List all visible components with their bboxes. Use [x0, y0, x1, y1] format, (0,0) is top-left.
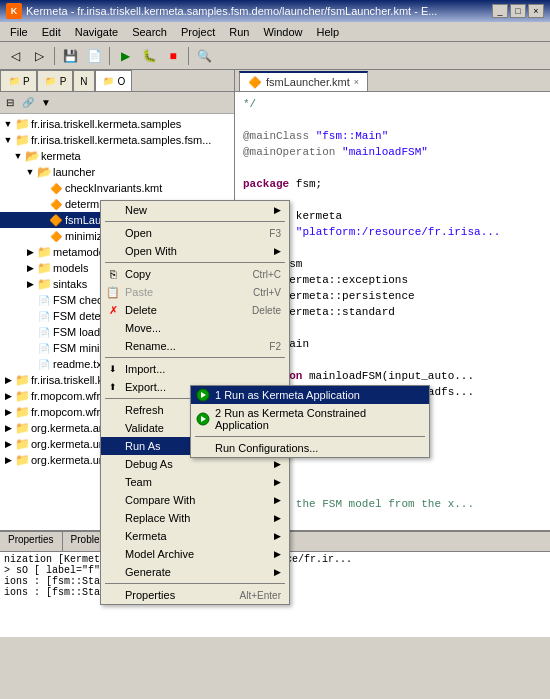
tree-item-launcher[interactable]: ▼ 📂 launcher: [0, 164, 234, 180]
editor-tab-close[interactable]: ×: [354, 77, 359, 87]
checkinvariants-label: checkInvariants.kmt: [65, 182, 162, 194]
menu-project[interactable]: Project: [175, 25, 221, 39]
submenu-run-kermeta[interactable]: 1 Run as Kermeta Application: [191, 386, 429, 404]
ctx-open-with[interactable]: Open With ▶: [101, 242, 289, 260]
debug-button[interactable]: 🐛: [138, 45, 160, 67]
link-editor-button[interactable]: 🔗: [20, 95, 36, 111]
menu-search[interactable]: Search: [126, 25, 173, 39]
tree-item-project2[interactable]: ▼ 📁 fr.irisa.triskell.kermeta.samples.fs…: [0, 132, 234, 148]
left-tab-o[interactable]: 📁 O: [95, 70, 133, 91]
window-controls[interactable]: _ □ ×: [492, 4, 544, 18]
submenu-run-kermeta-label: 1 Run as Kermeta Application: [215, 389, 360, 401]
left-tab-p2[interactable]: 📁 P: [37, 70, 74, 91]
menu-navigate[interactable]: Navigate: [69, 25, 124, 39]
search-button[interactable]: 🔍: [193, 45, 215, 67]
ctx-replace[interactable]: Replace With ▶: [101, 509, 289, 527]
ctx-new[interactable]: New ▶: [101, 201, 289, 219]
toggle-project5[interactable]: ▶: [2, 406, 14, 418]
forward-button[interactable]: ▷: [28, 45, 50, 67]
ctx-model-archive[interactable]: Model Archive ▶: [101, 545, 289, 563]
toggle-project6[interactable]: ▶: [2, 422, 14, 434]
fsmcheck-icon: 📄: [37, 293, 51, 307]
ctx-copy[interactable]: ⎘ Copy Ctrl+C: [101, 265, 289, 283]
close-button[interactable]: ×: [528, 4, 544, 18]
maximize-button[interactable]: □: [510, 4, 526, 18]
properties-shortcut: Alt+Enter: [240, 590, 281, 601]
ctx-refresh-label: Refresh: [125, 404, 164, 416]
launcher-label: launcher: [53, 166, 95, 178]
ctx-team[interactable]: Team ▶: [101, 473, 289, 491]
menu-window[interactable]: Window: [257, 25, 308, 39]
submenu-sep1: [195, 436, 425, 437]
toggle-project3[interactable]: ▶: [2, 374, 14, 386]
ctx-compare[interactable]: Compare With ▶: [101, 491, 289, 509]
project3-icon: 📁: [15, 373, 29, 387]
menu-run[interactable]: Run: [223, 25, 255, 39]
ctx-export-label: Export...: [125, 381, 166, 393]
tab-p2-icon: 📁: [44, 74, 58, 88]
generate-arrow: ▶: [274, 567, 281, 577]
tree-item-kermeta[interactable]: ▼ 📂 kermeta: [0, 148, 234, 164]
toggle-project4[interactable]: ▶: [2, 390, 14, 402]
open-shortcut: F3: [269, 228, 281, 239]
toggle-launcher[interactable]: ▼: [24, 166, 36, 178]
menu-help[interactable]: Help: [311, 25, 346, 39]
export-icon: ⬆: [105, 379, 121, 395]
toggle-metamodels[interactable]: ▶: [24, 246, 36, 258]
ctx-kermeta[interactable]: Kermeta ▶: [101, 527, 289, 545]
save-button[interactable]: 💾: [59, 45, 81, 67]
run-button[interactable]: ▶: [114, 45, 136, 67]
left-tab-n[interactable]: N: [73, 70, 94, 91]
paste-shortcut: Ctrl+V: [253, 287, 281, 298]
submenu-run-kermeta-constrained[interactable]: 2 Run as Kermeta Constrained Application: [191, 404, 429, 434]
spacer2: ▶: [36, 198, 48, 210]
kermeta-arrow: ▶: [274, 531, 281, 541]
window-title: Kermeta - fr.irisa.triskell.kermeta.samp…: [26, 5, 437, 17]
toggle-project8[interactable]: ▶: [2, 454, 14, 466]
spacer7: ▶: [24, 326, 36, 338]
left-toolbar: ⊟ 🔗 ▼: [0, 92, 234, 114]
minimize-button[interactable]: _: [492, 4, 508, 18]
toggle-project7[interactable]: ▶: [2, 438, 14, 450]
editor-tab-label: fsmLauncher.kmt: [266, 76, 350, 88]
left-tab-p1[interactable]: 📁 P: [0, 70, 37, 91]
toggle-kermeta[interactable]: ▼: [12, 150, 24, 162]
menu-dropdown-button[interactable]: ▼: [38, 95, 54, 111]
ctx-sep1: [105, 221, 285, 222]
left-panel-tabs: 📁 P 📁 P N 📁 O: [0, 70, 234, 92]
ctx-open[interactable]: Open F3: [101, 224, 289, 242]
fsmloader-icon: 📄: [37, 325, 51, 339]
tab-properties[interactable]: Properties: [0, 532, 63, 551]
determinization-icon: 🔶: [49, 197, 63, 211]
toggle-project2[interactable]: ▼: [2, 134, 14, 146]
ctx-model-archive-label: Model Archive: [125, 548, 194, 560]
stop-button[interactable]: ■: [162, 45, 184, 67]
ctx-properties[interactable]: Properties Alt+Enter: [101, 586, 289, 604]
ctx-debug-as-label: Debug As: [125, 458, 173, 470]
collapse-all-button[interactable]: ⊟: [2, 95, 18, 111]
project7-icon: 📁: [15, 437, 29, 451]
launcher-icon: 📂: [37, 165, 51, 179]
editor-tab-fsmlauncher[interactable]: 🔶 fsmLauncher.kmt ×: [239, 71, 368, 91]
toggle-models[interactable]: ▶: [24, 262, 36, 274]
back-button[interactable]: ◁: [4, 45, 26, 67]
menu-edit[interactable]: Edit: [36, 25, 67, 39]
ctx-generate[interactable]: Generate ▶: [101, 563, 289, 581]
toggle-project1[interactable]: ▼: [2, 118, 14, 130]
title-bar-left: K Kermeta - fr.irisa.triskell.kermeta.sa…: [6, 3, 437, 19]
ctx-import[interactable]: ⬇ Import...: [101, 360, 289, 378]
replace-arrow: ▶: [274, 513, 281, 523]
ctx-validate-label: Validate: [125, 422, 164, 434]
editor-tab-icon: 🔶: [248, 76, 262, 89]
ctx-delete[interactable]: ✗ Delete Delete: [101, 301, 289, 319]
new-button[interactable]: 📄: [83, 45, 105, 67]
menu-file[interactable]: File: [4, 25, 34, 39]
ctx-properties-label: Properties: [125, 589, 175, 601]
ctx-rename[interactable]: Rename... F2: [101, 337, 289, 355]
new-arrow: ▶: [274, 205, 281, 215]
toggle-sintaks[interactable]: ▶: [24, 278, 36, 290]
tree-item-project1[interactable]: ▼ 📁 fr.irisa.triskell.kermeta.samples: [0, 116, 234, 132]
ctx-move[interactable]: Move...: [101, 319, 289, 337]
tree-item-checkinvariants[interactable]: ▶ 🔶 checkInvariants.kmt: [0, 180, 234, 196]
submenu-run-configs[interactable]: Run Configurations...: [191, 439, 429, 457]
